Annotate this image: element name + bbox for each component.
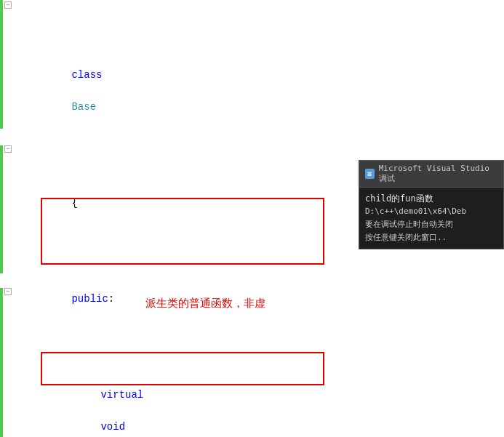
code-line-4: virtual void show() (35, 371, 498, 437)
fold-indicator-1[interactable]: − (4, 1, 12, 9)
classname-base: Base (71, 101, 96, 113)
fold-indicator-3[interactable]: − (4, 288, 12, 295)
editor-area: class Base { public: virtual void show()… (0, 0, 504, 437)
console-popup: ⊞ Microsoft Visual Studio 调试 child的fun函数… (359, 160, 504, 249)
brace-open: { (71, 197, 77, 209)
green-bar-3 (0, 288, 3, 437)
annotation-text: 派生类的普通函数，非虚 (145, 297, 265, 310)
console-line-2: D:\c++\demo01\x64\Deb (365, 205, 497, 218)
green-bar-1 (0, 0, 3, 129)
console-line-4: 按任意键关闭此窗口.. (365, 231, 497, 244)
space (71, 85, 77, 97)
code-line-1: class Base (35, 51, 498, 131)
console-vs-icon: ⊞ (365, 169, 375, 179)
console-line-3: 要在调试停止时自动关闭 (365, 218, 497, 231)
console-line-1: child的fun函数 (365, 192, 497, 205)
console-header-title: Microsoft Visual Studio 调试 (379, 164, 497, 184)
kw-class: class (71, 69, 102, 81)
console-body: child的fun函数 D:\c++\demo01\x64\Deb 要在调试停止… (359, 188, 503, 249)
fold-indicator-2[interactable]: − (4, 145, 12, 153)
code-line-3: public: (35, 275, 498, 323)
console-header: ⊞ Microsoft Visual Studio 调试 (359, 161, 503, 188)
kw-public: public (71, 293, 108, 305)
green-bar-2 (0, 145, 3, 273)
